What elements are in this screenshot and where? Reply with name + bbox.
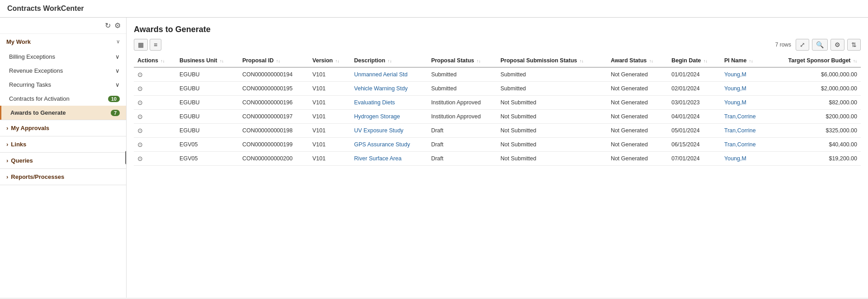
pi-name-cell[interactable]: Young,M bbox=[721, 82, 768, 96]
version-cell: V101 bbox=[309, 67, 350, 82]
proposal-id-cell: CON000000000196 bbox=[239, 96, 309, 110]
sort-icon[interactable]: ↑↓ bbox=[853, 59, 857, 63]
chevron-down-icon: ∨ bbox=[115, 67, 120, 74]
action-cell: ⊙ bbox=[134, 138, 176, 152]
action-cell: ⊙ bbox=[134, 67, 176, 82]
pi-name-link[interactable]: Tran,Corrine bbox=[724, 113, 756, 120]
description-link[interactable]: Evaluating Diets bbox=[354, 99, 395, 106]
description-cell[interactable]: Evaluating Diets bbox=[350, 96, 427, 110]
toolbar-left: ▦ ≡ bbox=[134, 39, 161, 51]
begin-date-cell: 04/01/2024 bbox=[668, 110, 721, 124]
col-header-proposal-status: Proposal Status ↑↓ bbox=[428, 54, 497, 67]
settings-icon[interactable]: ⚙ bbox=[114, 21, 121, 30]
action-cell: ⊙ bbox=[134, 96, 176, 110]
table-row: ⊙EGUBUCON000000000197V101Hydrogen Storag… bbox=[134, 110, 861, 124]
pi-name-cell[interactable]: Young,M bbox=[721, 96, 768, 110]
pi-name-link[interactable]: Young,M bbox=[724, 85, 746, 92]
sidebar-section-label: My Approvals bbox=[11, 125, 120, 131]
sort-icon[interactable]: ↑↓ bbox=[649, 59, 653, 63]
search-button[interactable]: 🔍 bbox=[812, 39, 828, 51]
chart-view-button[interactable]: ▦ bbox=[134, 39, 148, 51]
sort-icon[interactable]: ↑↓ bbox=[749, 59, 753, 63]
description-cell[interactable]: Hydrogen Storage bbox=[350, 110, 427, 124]
badge-contracts-for-activation: 10 bbox=[108, 96, 120, 102]
sort-button[interactable]: ⇅ bbox=[847, 39, 861, 51]
col-header-proposal-id: Proposal ID ↑↓ bbox=[239, 54, 309, 67]
pi-name-cell[interactable]: Tran,Corrine bbox=[721, 110, 768, 124]
description-cell[interactable]: Vehicle Warning Stdy bbox=[350, 82, 427, 96]
proposal-id-cell: CON000000000200 bbox=[239, 152, 309, 166]
description-link[interactable]: Hydrogen Storage bbox=[354, 113, 400, 120]
table-row: ⊙EGUBUCON000000000194V101Unmanned Aerial… bbox=[134, 67, 861, 82]
target-sponsor-budget-cell: $200,000.00 bbox=[768, 110, 861, 124]
award-status-cell: Not Generated bbox=[607, 110, 668, 124]
begin-date-cell: 07/01/2024 bbox=[668, 152, 721, 166]
sidebar-section-label: My Work bbox=[6, 38, 31, 45]
action-icon[interactable]: ⊙ bbox=[137, 85, 143, 92]
sidebar-item-reports-processes[interactable]: › Reports/Processes bbox=[0, 169, 126, 185]
sidebar-collapse-button[interactable]: ‖ bbox=[125, 151, 127, 164]
sidebar-section-label: Queries bbox=[11, 157, 120, 164]
expand-button[interactable]: ⤢ bbox=[796, 39, 809, 51]
description-link[interactable]: Vehicle Warning Stdy bbox=[354, 85, 407, 92]
column-settings-button[interactable]: ⚙ bbox=[830, 39, 844, 51]
proposal-submission-status-cell: Not Submitted bbox=[497, 152, 607, 166]
pi-name-link[interactable]: Young,M bbox=[724, 99, 746, 106]
sidebar-item-my-work[interactable]: My Work ∨ bbox=[0, 34, 126, 50]
sidebar-item-recurring-tasks[interactable]: Recurring Tasks ∨ bbox=[0, 78, 126, 92]
sort-icon[interactable]: ↑↓ bbox=[160, 59, 165, 63]
description-link[interactable]: Unmanned Aerial Std bbox=[354, 71, 407, 78]
sort-icon[interactable]: ↑↓ bbox=[220, 59, 224, 63]
sidebar-section-my-approvals: › My Approvals bbox=[0, 120, 126, 136]
proposal-status-cell: Submitted bbox=[428, 82, 497, 96]
sidebar-item-billing-exceptions[interactable]: Billing Exceptions ∨ bbox=[0, 50, 126, 64]
sort-icon[interactable]: ↑↓ bbox=[388, 59, 392, 63]
col-header-version: Version ↑↓ bbox=[309, 54, 350, 67]
sort-icon[interactable]: ↑↓ bbox=[476, 59, 481, 63]
action-icon[interactable]: ⊙ bbox=[137, 113, 143, 120]
action-icon[interactable]: ⊙ bbox=[137, 71, 143, 78]
col-header-proposal-submission-status: Proposal Submission Status ↑↓ bbox=[497, 54, 607, 67]
sidebar-item-my-approvals[interactable]: › My Approvals bbox=[0, 120, 126, 136]
award-status-cell: Not Generated bbox=[607, 138, 668, 152]
sidebar-item-queries[interactable]: › Queries bbox=[0, 153, 126, 168]
table-header-row: Actions ↑↓ Business Unit ↑↓ Proposal ID … bbox=[134, 54, 861, 67]
description-cell[interactable]: UV Exposure Study bbox=[350, 124, 427, 138]
action-cell: ⊙ bbox=[134, 152, 176, 166]
description-cell[interactable]: River Surface Area bbox=[350, 152, 427, 166]
pi-name-link[interactable]: Young,M bbox=[724, 155, 746, 162]
pi-name-link[interactable]: Tran,Corrine bbox=[724, 127, 756, 134]
sort-icon[interactable]: ↑↓ bbox=[335, 59, 340, 63]
pi-name-cell[interactable]: Young,M bbox=[721, 67, 768, 82]
refresh-icon[interactable]: ↻ bbox=[105, 21, 111, 30]
sidebar-item-contracts-for-activation[interactable]: Contracts for Activation 10 bbox=[0, 92, 126, 106]
proposal-status-cell: Draft bbox=[428, 124, 497, 138]
proposal-id-cell: CON000000000199 bbox=[239, 138, 309, 152]
proposal-submission-status-cell: Not Submitted bbox=[497, 124, 607, 138]
action-icon[interactable]: ⊙ bbox=[137, 127, 143, 134]
description-link[interactable]: UV Exposure Study bbox=[354, 127, 403, 134]
pi-name-cell[interactable]: Young,M bbox=[721, 152, 768, 166]
action-icon[interactable]: ⊙ bbox=[137, 155, 143, 162]
description-cell[interactable]: GPS Assurance Study bbox=[350, 138, 427, 152]
action-icon[interactable]: ⊙ bbox=[137, 141, 143, 148]
app-title: Contracts WorkCenter bbox=[7, 5, 84, 12]
sidebar-item-awards-to-generate[interactable]: Awards to Generate 7 bbox=[0, 106, 126, 120]
description-cell[interactable]: Unmanned Aerial Std bbox=[350, 67, 427, 82]
sidebar-item-revenue-exceptions[interactable]: Revenue Exceptions ∨ bbox=[0, 64, 126, 78]
filter-button[interactable]: ≡ bbox=[150, 39, 161, 51]
action-icon[interactable]: ⊙ bbox=[137, 99, 143, 106]
sort-icon[interactable]: ↑↓ bbox=[276, 59, 280, 63]
sort-icon[interactable]: ↑↓ bbox=[580, 59, 584, 63]
proposal-submission-status-cell: Submitted bbox=[497, 82, 607, 96]
sort-icon[interactable]: ↑↓ bbox=[703, 59, 708, 63]
chevron-down-icon: ∨ bbox=[116, 39, 120, 45]
business-unit-cell: EGUBU bbox=[176, 82, 239, 96]
pi-name-link[interactable]: Tran,Corrine bbox=[724, 141, 756, 148]
description-link[interactable]: River Surface Area bbox=[354, 155, 401, 162]
pi-name-link[interactable]: Young,M bbox=[724, 71, 746, 78]
sidebar-item-links[interactable]: › Links bbox=[0, 136, 126, 152]
description-link[interactable]: GPS Assurance Study bbox=[354, 141, 410, 148]
pi-name-cell[interactable]: Tran,Corrine bbox=[721, 124, 768, 138]
pi-name-cell[interactable]: Tran,Corrine bbox=[721, 138, 768, 152]
